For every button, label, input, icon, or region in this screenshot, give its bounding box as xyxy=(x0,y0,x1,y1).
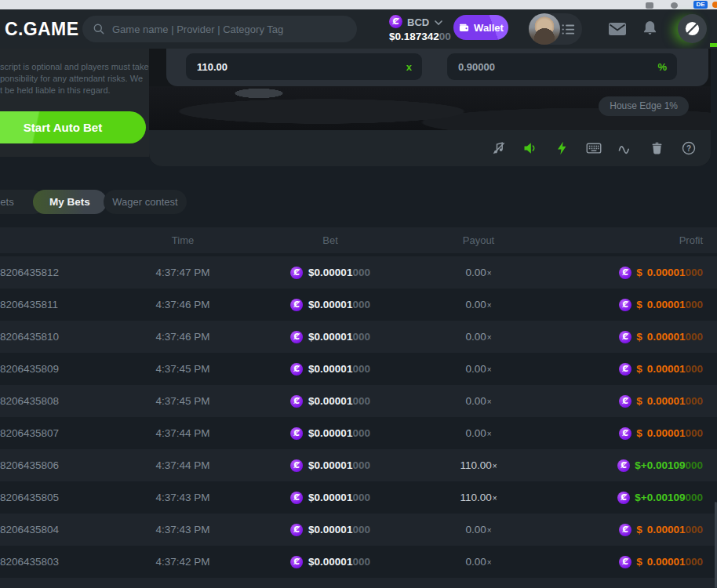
start-auto-bet-button[interactable]: Start Auto Bet xyxy=(0,111,146,143)
bet-amount-main: $0.00001 xyxy=(308,363,352,375)
coin-icon xyxy=(290,331,303,343)
win-chance-input[interactable] xyxy=(447,53,677,80)
profit-main: 0.00001 xyxy=(647,267,686,278)
payout-multiplier-input[interactable] xyxy=(186,53,422,80)
profit-main: 0.00001 xyxy=(647,524,686,535)
bet-time-cell: 4:37:45 PM xyxy=(155,385,209,417)
table-row[interactable]: 82064358104:37:46 PM$0.000010000.00×$0.0… xyxy=(0,321,717,353)
bet-amount-main: $0.00001 xyxy=(308,299,352,310)
profile-menu[interactable] xyxy=(529,13,582,45)
disclaimer-line: t be held liable in this regard. xyxy=(0,85,149,96)
avatar[interactable] xyxy=(529,13,560,45)
table-row[interactable]: 82064358064:37:44 PM$0.00001000110.00×$+… xyxy=(0,449,717,481)
payout-value: 110.00 xyxy=(460,459,491,471)
tab-my-bets[interactable]: My Bets xyxy=(33,190,107,214)
profile-list-icon xyxy=(562,24,575,35)
bet-amount-main: $0.00001 xyxy=(308,492,352,503)
bc-game-screen: DE C.GAME BCD $0.18734200 xyxy=(0,0,717,588)
payout-value: 0.00 xyxy=(465,524,486,535)
profit-dim: 000 xyxy=(685,363,703,375)
bet-amount-main: $0.00001 xyxy=(308,267,352,278)
tab-wager-contest[interactable]: Wager contest xyxy=(104,190,187,214)
bet-time-cell: 4:37:42 PM xyxy=(155,546,209,578)
profit-cell: $0.00001000 xyxy=(619,546,703,578)
bets-table-header: Time Bet Payout Profit xyxy=(0,227,717,253)
decor-green-sliver xyxy=(710,43,717,47)
multiplier-suffix: x xyxy=(406,61,412,73)
coin-icon xyxy=(619,363,631,376)
profit-currency: $ xyxy=(636,331,642,343)
chat-button[interactable] xyxy=(678,14,707,43)
bet-amount-main: $0.00001 xyxy=(308,524,352,535)
turbo-icon[interactable] xyxy=(555,140,570,156)
bets-rows: 82064358124:37:47 PM$0.000010000.00×$0.0… xyxy=(0,256,717,588)
bet-id-cell: 8206435803 xyxy=(0,546,59,578)
house-edge-badge: House Edge 1% xyxy=(599,96,689,116)
payout-cell: 0.00× xyxy=(465,514,491,546)
table-row[interactable]: 82064358054:37:43 PM$0.00001000110.00×$+… xyxy=(0,481,717,514)
bet-time-cell: 4:37:43 PM xyxy=(155,514,209,546)
payout-value: 0.00 xyxy=(465,395,486,407)
bet-amount-main: $0.00001 xyxy=(308,556,352,568)
hotkeys-icon[interactable] xyxy=(586,140,602,156)
table-row[interactable]: 82064358034:37:42 PM$0.000010000.00×$0.0… xyxy=(0,546,717,578)
site-logo[interactable]: C.GAME xyxy=(5,9,78,49)
profit-dim: 000 xyxy=(685,524,703,535)
bet-amount-dim: 000 xyxy=(352,556,370,568)
live-stats-icon[interactable] xyxy=(617,140,633,156)
help-icon[interactable]: ? xyxy=(681,140,697,156)
music-off-icon[interactable] xyxy=(491,140,507,156)
table-row[interactable]: 82064358044:37:43 PM$0.000010000.00×$0.0… xyxy=(0,514,717,546)
profit-main: 0.00001 xyxy=(647,395,686,407)
payout-cell: 110.00× xyxy=(460,481,497,514)
wallet-button[interactable]: Wallet xyxy=(453,15,508,40)
coin-icon xyxy=(617,492,630,504)
bet-amount-main: $0.00001 xyxy=(308,395,352,407)
table-row[interactable]: 82064358094:37:45 PM$0.000010000.00×$0.0… xyxy=(0,353,717,385)
bet-amount-cell: $0.00001000 xyxy=(290,321,370,353)
notifications-icon[interactable] xyxy=(643,20,657,35)
search-bar[interactable] xyxy=(82,16,357,42)
de-extension-badge[interactable]: DE xyxy=(693,1,708,9)
payout-value: 0.00 xyxy=(465,556,486,568)
bet-amount-cell: $0.00001000 xyxy=(290,578,370,588)
coin-icon xyxy=(290,427,303,440)
table-row[interactable]: $0.00001000$0.00001000 xyxy=(0,578,717,588)
autobet-panel: script is optional and players must take… xyxy=(0,49,149,157)
top-navbar: C.GAME BCD $0.18734200 Wallet xyxy=(0,9,717,49)
search-input[interactable] xyxy=(82,16,357,42)
extension-icon[interactable] xyxy=(646,2,653,9)
game-scene: House Edge 1% xyxy=(149,86,711,130)
profit-cell: $+0.00109000 xyxy=(617,449,703,481)
coin-icon xyxy=(290,267,303,279)
bets-tabs: ets My Bets Wager contest xyxy=(0,190,717,215)
bet-amount-dim: 000 xyxy=(352,331,370,343)
table-row[interactable]: 82064358124:37:47 PM$0.000010000.00×$0.0… xyxy=(0,256,717,289)
payout-value: 0.00 xyxy=(465,299,486,310)
currency-selector[interactable]: BCD $0.18734200 xyxy=(386,13,453,45)
coin-icon xyxy=(619,556,631,568)
bet-id-cell: 8206435804 xyxy=(0,514,59,546)
payout-cell: 0.00× xyxy=(465,546,491,579)
game-toolbar-icons: ? xyxy=(491,130,697,166)
sound-icon[interactable] xyxy=(522,140,538,156)
trash-icon[interactable] xyxy=(650,140,665,156)
table-row[interactable]: 82064358114:37:46 PM$0.000010000.00×$0.0… xyxy=(0,289,717,321)
profit-cell: $+0.00109000 xyxy=(617,481,703,514)
disclaimer-line: script is optional and players must take xyxy=(0,61,149,73)
bet-inputs-panel: x % xyxy=(166,49,708,86)
bet-amount-dim: 000 xyxy=(352,395,370,407)
table-row[interactable]: 82064358074:37:44 PM$0.000010000.00×$0.0… xyxy=(0,417,717,449)
profit-cell: $0.00001000 xyxy=(619,514,703,546)
profit-currency: $ xyxy=(635,492,641,503)
bet-amount-cell: $0.00001000 xyxy=(290,256,370,289)
header-bet: Bet xyxy=(322,227,338,253)
bet-id-cell: 8206435812 xyxy=(0,256,59,289)
table-row[interactable]: 82064358084:37:45 PM$0.000010000.00×$0.0… xyxy=(0,385,717,417)
coin-icon xyxy=(290,556,303,568)
extension-icon-2[interactable] xyxy=(671,2,678,9)
messages-icon[interactable] xyxy=(609,23,626,35)
header-time: Time xyxy=(172,227,194,253)
coin-icon xyxy=(290,459,303,472)
payout-cell: 0.00× xyxy=(465,417,491,450)
